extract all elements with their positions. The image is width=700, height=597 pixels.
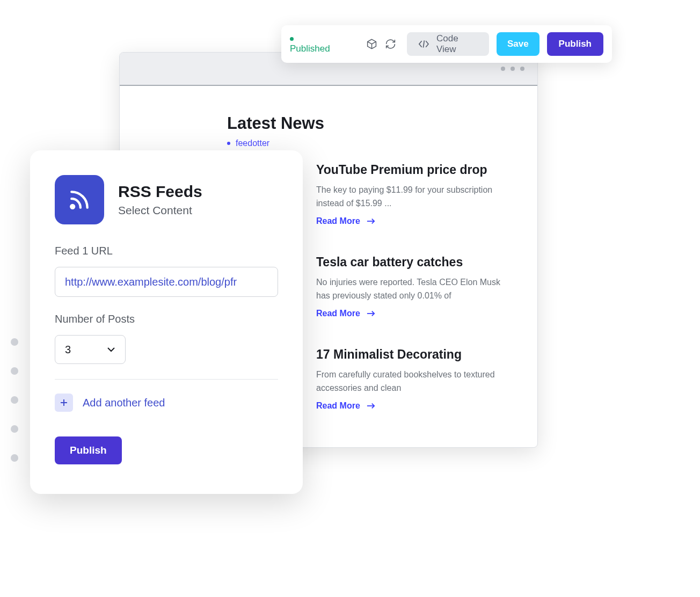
rss-icon	[55, 175, 104, 224]
read-more-label: Read More	[316, 401, 360, 411]
code-view-button[interactable]: Code View	[407, 32, 489, 56]
chevron-down-icon	[107, 347, 115, 352]
cube-icon[interactable]	[366, 38, 377, 50]
news-title: 17 Minimalist Decorating	[316, 347, 512, 363]
code-view-label: Code View	[436, 33, 478, 55]
posts-count-label: Number of Posts	[55, 313, 278, 325]
rss-feeds-panel: RSS Feeds Select Content Feed 1 URL Numb…	[30, 150, 303, 494]
svg-point-0	[71, 205, 74, 208]
preview-source-row: feedotter	[227, 139, 512, 148]
divider	[55, 379, 278, 380]
feed-url-input[interactable]	[55, 267, 278, 297]
add-another-feed-button[interactable]: Add another feed	[55, 394, 278, 412]
preview-source[interactable]: feedotter	[236, 139, 269, 148]
read-more-label: Read More	[316, 309, 360, 318]
read-more-link[interactable]: Read More	[316, 216, 512, 226]
decorative-dots	[11, 338, 18, 462]
feed-url-label: Feed 1 URL	[55, 245, 278, 257]
arrow-right-icon	[367, 218, 375, 224]
refresh-icon[interactable]	[385, 38, 396, 50]
editor-toolbar: Published Code View Save Publish	[281, 25, 612, 63]
arrow-right-icon	[367, 310, 375, 317]
news-title: YouTube Premium price drop	[316, 162, 512, 178]
status-published: Published	[290, 34, 338, 54]
publish-button-toolbar[interactable]: Publish	[547, 32, 603, 56]
code-icon	[418, 39, 430, 49]
status-label: Published	[290, 43, 330, 54]
news-excerpt: From carefully curated bookshelves to te…	[316, 368, 512, 395]
arrow-right-icon	[367, 403, 375, 409]
window-dot-icon	[511, 67, 515, 71]
news-excerpt: No injuries were reported. Tesla CEO Elo…	[316, 276, 512, 303]
save-button[interactable]: Save	[497, 32, 539, 56]
plus-icon	[55, 394, 73, 412]
status-dot-icon	[290, 37, 294, 41]
rss-subtitle: Select Content	[118, 204, 202, 217]
publish-button-panel[interactable]: Publish	[55, 436, 122, 464]
rss-panel-header: RSS Feeds Select Content	[55, 175, 278, 224]
rss-heading: RSS Feeds	[118, 183, 202, 201]
posts-count-select[interactable]: 3	[55, 335, 126, 364]
add-feed-label: Add another feed	[83, 397, 165, 409]
preview-title: Latest News	[227, 114, 512, 133]
posts-count-value: 3	[65, 344, 71, 356]
read-more-link[interactable]: Read More	[316, 309, 512, 318]
window-dot-icon	[520, 67, 524, 71]
source-dot-icon	[227, 142, 230, 145]
news-excerpt: The key to paying $11.99 for your subscr…	[316, 184, 512, 210]
news-title: Tesla car battery catches	[316, 254, 512, 271]
read-more-link[interactable]: Read More	[316, 401, 512, 411]
window-dot-icon	[501, 67, 505, 71]
read-more-label: Read More	[316, 216, 360, 226]
